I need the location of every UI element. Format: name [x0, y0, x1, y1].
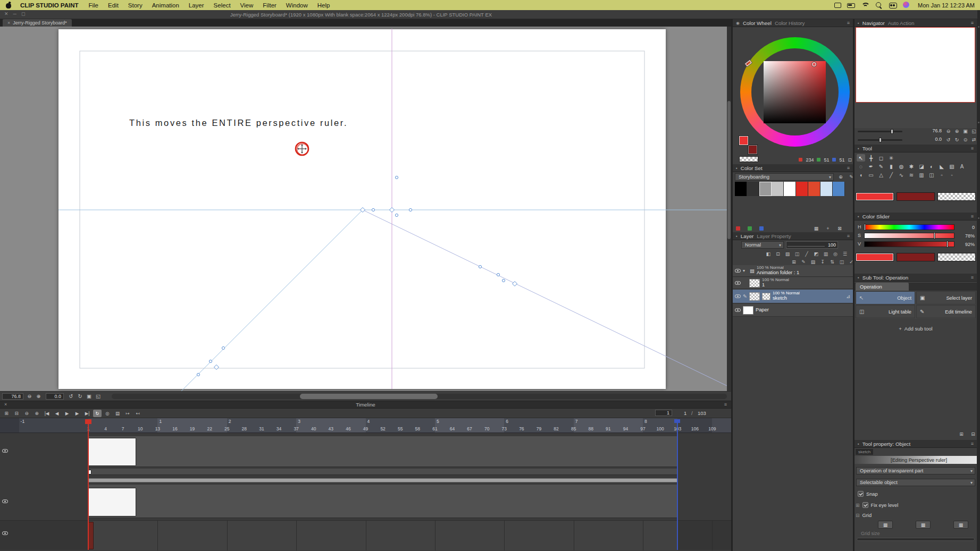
liquify-tool-icon[interactable]: ≋ — [907, 171, 916, 179]
layer-row-1[interactable]: 100 % Normal 1 — [733, 277, 853, 289]
track-visibility-icon[interactable] — [2, 499, 8, 503]
menu-layer[interactable]: Layer — [184, 2, 209, 9]
delete-color-icon[interactable]: ⊠ — [835, 225, 844, 232]
playhead-marker[interactable] — [85, 419, 91, 424]
animation-folder-span-bar[interactable] — [88, 478, 677, 482]
zoom-out-icon[interactable]: ⊖ — [22, 410, 31, 417]
add-sub-tool-button[interactable]: + Add sub tool — [855, 326, 977, 332]
eyedropper-tool-icon[interactable]: ◌ — [857, 163, 865, 170]
create-mask-icon[interactable]: ◫ — [838, 258, 845, 265]
reset-zoom-button[interactable]: ▣ — [85, 393, 93, 400]
timeline-menu-icon[interactable]: ≡ — [724, 402, 727, 407]
grid-yz-button[interactable]: ▦ — [953, 521, 968, 529]
rotate-left-button[interactable]: ↺ — [67, 393, 75, 400]
playback-end-marker[interactable] — [674, 419, 680, 423]
divide-view-icon[interactable]: ▥ — [822, 250, 830, 257]
main-color-swatch[interactable] — [856, 253, 894, 261]
control-center-icon[interactable] — [889, 2, 897, 9]
menu-select[interactable]: Select — [209, 2, 236, 9]
zoom-slider[interactable] — [858, 131, 902, 132]
tile-view-icon[interactable]: ▦ — [811, 225, 821, 232]
tab-navigator[interactable]: Navigator — [862, 20, 885, 26]
expander-icon[interactable]: ⊞ — [856, 503, 860, 508]
onion-skin-icon[interactable]: ◎ — [103, 410, 112, 417]
scrollbar-handle[interactable] — [300, 394, 438, 399]
dot-tool-icon[interactable]: ▫ — [937, 171, 946, 179]
capture-color-icon[interactable]: ⊡ — [848, 157, 852, 163]
sv-cursor[interactable] — [812, 62, 816, 66]
main-color-swatch[interactable] — [856, 192, 894, 201]
current-frame-field[interactable]: 1 — [655, 410, 672, 416]
merge-down-icon[interactable]: ⇅ — [828, 258, 836, 265]
menu-help[interactable]: Help — [313, 2, 335, 9]
decoration-tool-icon[interactable]: ✱ — [907, 163, 916, 170]
document-tab[interactable]: × Jerry-Rigged Storyboard* — [3, 19, 72, 27]
menu-filter[interactable]: Filter — [258, 2, 281, 9]
layer-visibility-icon[interactable] — [735, 269, 741, 273]
actual-size-icon[interactable]: ▣ — [962, 128, 969, 134]
ruler-tool-icon[interactable]: ╱ — [887, 171, 895, 179]
paper-thumbnail[interactable] — [743, 306, 753, 315]
grid-xy-button[interactable]: ▦ — [878, 521, 893, 529]
layer-row-sketch-selected[interactable]: ✎ 100 % Normal sketch ⊿ — [733, 290, 853, 303]
zoom-out-button[interactable]: ⊖ — [26, 393, 33, 400]
lock-layer-icon[interactable]: ⊡ — [774, 250, 782, 257]
slider-handle[interactable] — [864, 224, 866, 231]
loop-icon[interactable]: ↻ — [93, 410, 102, 417]
perspective-ruler-overlay[interactable] — [0, 27, 727, 391]
fit-to-window-icon[interactable]: ◱ — [970, 128, 977, 134]
menu-bar-clock[interactable]: Mon Jan 12 12:23 AM — [918, 2, 975, 9]
spotlight-icon[interactable] — [875, 2, 883, 9]
sub-color-swatch[interactable] — [748, 145, 757, 154]
color-swatch[interactable] — [796, 182, 808, 196]
canvas-horizontal-scrollbar[interactable] — [112, 394, 727, 399]
color-set-chip[interactable] — [759, 226, 764, 231]
tab-color-wheel[interactable]: Color Wheel — [743, 20, 772, 26]
color-swatch[interactable] — [820, 182, 833, 196]
perspective-handles[interactable] — [197, 176, 517, 376]
menu-animation[interactable]: Animation — [147, 2, 184, 9]
go-to-end-icon[interactable]: ▶| — [83, 410, 91, 417]
color-swatch[interactable] — [772, 182, 784, 196]
text-tool-icon[interactable]: A — [958, 163, 966, 170]
pencil-tool-icon[interactable]: ✎ — [877, 163, 885, 170]
expander-icon[interactable]: ⊟ — [856, 513, 860, 518]
go-to-start-icon[interactable]: |◀ — [43, 410, 51, 417]
animation-cel-clip[interactable] — [88, 438, 136, 466]
insert-frame-icon[interactable]: ↦ — [123, 410, 132, 417]
zoom-in-icon[interactable]: ⊕ — [32, 410, 41, 417]
layer-color-icon[interactable]: ◩ — [813, 250, 820, 257]
figure-tool-icon[interactable]: △ — [877, 171, 885, 179]
frame-border-tool-icon[interactable]: ▭ — [867, 171, 875, 179]
color-swatch[interactable] — [747, 182, 759, 196]
saturation-value-square[interactable] — [764, 61, 826, 123]
fill-tool-icon[interactable]: ◣ — [937, 163, 946, 170]
sub-color-swatch[interactable] — [897, 253, 935, 261]
subtool-item-object[interactable]: ↖Object — [856, 291, 915, 304]
timeline-frame-ruler[interactable]: -112345678147101316192225283134374043464… — [0, 418, 731, 433]
add-color-icon[interactable]: + — [823, 225, 833, 232]
rotate-right-icon[interactable]: ↻ — [953, 136, 960, 143]
color-swatch[interactable] — [808, 182, 820, 196]
apply-mask-icon[interactable]: ✓ — [848, 258, 855, 265]
window-minimize-button[interactable]: ─ — [13, 11, 16, 16]
canvas-zoom-field[interactable]: 76.8 — [2, 393, 23, 400]
tab-layer[interactable]: Layer — [741, 233, 754, 239]
sub-tool-tab-operation[interactable]: Operation — [856, 283, 909, 291]
battery-icon[interactable] — [847, 2, 855, 9]
timeline-edit-tool-icon[interactable]: ▥ — [917, 171, 926, 179]
main-color-swatch[interactable] — [739, 136, 748, 145]
layer-row-paper[interactable]: Paper — [733, 304, 853, 317]
new-vector-layer-icon[interactable]: ✎ — [800, 258, 807, 265]
tab-auto-action[interactable]: Auto Action — [888, 20, 915, 26]
play-icon[interactable]: ▶ — [63, 410, 71, 417]
canvas-viewport[interactable]: This moves the ENTIRE perspective ruler. — [0, 27, 727, 391]
move-layer-tool-icon[interactable]: ╋ — [867, 154, 875, 162]
transparent-color-swatch[interactable] — [937, 192, 976, 201]
color-set-chip[interactable] — [736, 226, 740, 231]
scrollbar-handle[interactable] — [727, 101, 731, 239]
rotate-left-icon[interactable]: ↺ — [945, 136, 952, 143]
canvas-vertical-scrollbar[interactable] — [727, 27, 731, 391]
snap-checkbox-row[interactable]: Snap — [858, 491, 878, 497]
menu-view[interactable]: View — [236, 2, 258, 9]
